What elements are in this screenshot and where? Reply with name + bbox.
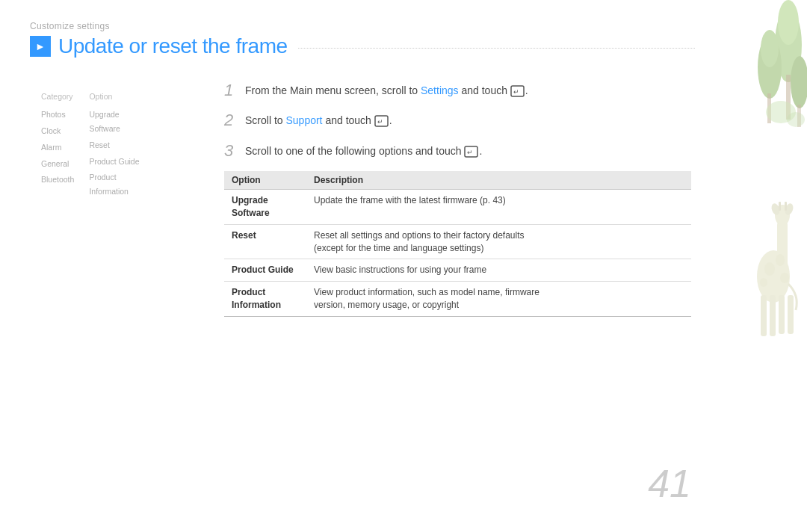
table-cell-option: UpgradeSoftware bbox=[224, 190, 306, 225]
page-title: Update or reset the frame bbox=[58, 34, 288, 58]
sidebar-option-reset: Reset bbox=[89, 138, 146, 152]
sidebar-option-upgrade: Upgrade Software bbox=[89, 108, 146, 136]
main-content: 1 From the Main menu screen, scroll to S… bbox=[224, 81, 691, 317]
page-container: Customize settings ► Update or reset the… bbox=[0, 0, 807, 532]
svg-text:↵: ↵ bbox=[467, 149, 473, 156]
section-label: Customize settings bbox=[30, 21, 695, 31]
svg-point-8 bbox=[766, 101, 796, 123]
sidebar-category-header: Category bbox=[41, 90, 74, 104]
page-header: Customize settings ► Update or reset the… bbox=[30, 21, 695, 58]
step-2: 2 Scroll to Support and touch ↵ . bbox=[224, 111, 691, 130]
svg-point-6 bbox=[791, 56, 807, 108]
step-3: 3 Scroll to one of the following options… bbox=[224, 141, 691, 161]
step-1: 1 From the Main menu screen, scroll to S… bbox=[224, 81, 691, 100]
table-row: UpgradeSoftware Update the frame with th… bbox=[224, 190, 691, 225]
table-cell-option: Reset bbox=[224, 224, 306, 259]
svg-rect-16 bbox=[785, 202, 787, 211]
svg-rect-15 bbox=[779, 202, 781, 211]
svg-point-1 bbox=[778, 0, 799, 45]
sidebar-option-info: Product Information bbox=[89, 170, 146, 199]
table-cell-description: Reset all settings and options to their … bbox=[306, 224, 691, 259]
svg-text:↵: ↵ bbox=[377, 118, 383, 126]
touch-icon-2: ↵ bbox=[374, 115, 389, 128]
sidebar-menu: Category Photos Clock Alarm General Blue… bbox=[41, 90, 146, 199]
table-header-row: Option Description bbox=[224, 171, 691, 190]
svg-rect-20 bbox=[788, 295, 794, 334]
title-divider bbox=[298, 48, 695, 49]
sidebar-item-photos: Photos bbox=[41, 108, 74, 122]
sidebar-category-col: Category Photos Clock Alarm General Blue… bbox=[41, 90, 74, 199]
table-row: Product Guide View basic instructions fo… bbox=[224, 259, 691, 282]
support-highlight: Support bbox=[285, 114, 322, 126]
svg-point-24 bbox=[780, 273, 789, 283]
sidebar-option-guide: Product Guide bbox=[89, 155, 146, 169]
svg-point-22 bbox=[776, 254, 785, 266]
svg-point-10 bbox=[757, 250, 790, 303]
sidebar-item-clock: Clock bbox=[41, 124, 74, 138]
svg-point-0 bbox=[775, 7, 802, 82]
svg-point-14 bbox=[784, 202, 795, 216]
step-3-text: Scroll to one of the following options a… bbox=[245, 141, 482, 159]
step-3-number: 3 bbox=[224, 141, 238, 161]
sidebar-item-general: General bbox=[41, 157, 74, 171]
svg-point-4 bbox=[761, 30, 779, 67]
table-cell-description: View basic instructions for using your f… bbox=[306, 259, 691, 282]
svg-rect-17 bbox=[761, 295, 767, 336]
svg-rect-11 bbox=[777, 220, 788, 280]
sidebar-option-header: Option bbox=[89, 90, 146, 104]
table-col-description: Description bbox=[306, 171, 691, 190]
touch-icon-1: ↵ bbox=[510, 85, 525, 98]
step-2-number: 2 bbox=[224, 111, 238, 130]
page-number: 41 bbox=[648, 461, 691, 506]
svg-point-12 bbox=[775, 205, 790, 226]
svg-rect-5 bbox=[767, 93, 771, 123]
svg-rect-19 bbox=[779, 295, 785, 334]
svg-rect-2 bbox=[786, 75, 791, 120]
background-decoration bbox=[702, 0, 807, 433]
svg-point-13 bbox=[770, 202, 782, 216]
table-cell-description: View product information, such as model … bbox=[306, 282, 691, 317]
svg-point-9 bbox=[787, 112, 805, 127]
svg-rect-7 bbox=[797, 105, 801, 127]
sidebar-item-bluetooth: Bluetooth bbox=[41, 173, 74, 187]
table-cell-option: ProductInformation bbox=[224, 282, 306, 317]
options-table: Option Description UpgradeSoftware Updat… bbox=[224, 171, 691, 317]
step-1-text: From the Main menu screen, scroll to Set… bbox=[245, 81, 528, 99]
title-icon-symbol: ► bbox=[35, 40, 46, 52]
table-col-option: Option bbox=[224, 171, 306, 190]
touch-icon-3: ↵ bbox=[464, 146, 479, 158]
svg-rect-18 bbox=[770, 295, 776, 336]
table-cell-description: Update the frame with the latest firmwar… bbox=[306, 190, 691, 225]
svg-text:↵: ↵ bbox=[513, 88, 519, 96]
sidebar-item-alarm: Alarm bbox=[41, 140, 74, 155]
step-2-text: Scroll to Support and touch ↵ . bbox=[245, 111, 392, 129]
title-icon: ► bbox=[30, 36, 51, 57]
sidebar-option-col: Option Upgrade Software Reset Product Gu… bbox=[89, 90, 146, 199]
step-1-number: 1 bbox=[224, 81, 238, 100]
table-row: ProductInformation View product informat… bbox=[224, 282, 691, 317]
svg-point-23 bbox=[760, 278, 767, 287]
table-cell-option: Product Guide bbox=[224, 259, 306, 282]
table-row: Reset Reset all settings and options to … bbox=[224, 224, 691, 259]
svg-point-3 bbox=[758, 36, 782, 99]
settings-highlight: Settings bbox=[421, 84, 459, 96]
svg-point-21 bbox=[764, 262, 775, 276]
